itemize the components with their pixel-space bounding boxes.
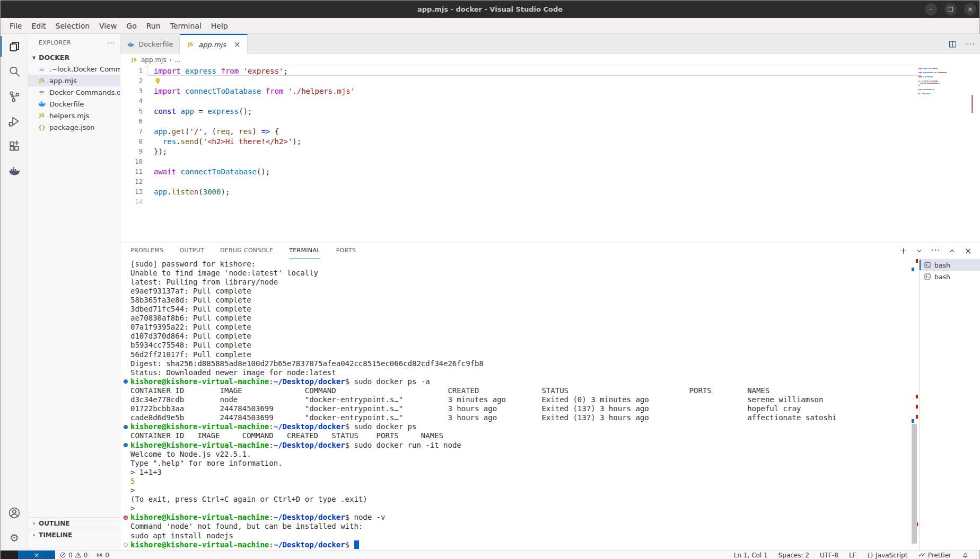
activity-run-and-debug[interactable] — [1, 109, 28, 134]
tab-dockerfile[interactable]: Dockerfile — [120, 34, 180, 54]
code-line-11[interactable]: 11await connectToDatabase(); — [120, 166, 980, 176]
problems-status[interactable]: 0 0 — [55, 551, 92, 559]
panel-tab-problems[interactable]: PROBLEMS — [130, 242, 163, 259]
status-language[interactable]: {}JavaScript — [864, 552, 911, 559]
code-line-1[interactable]: 1import express from 'express'; — [120, 66, 980, 76]
new-terminal-icon[interactable] — [899, 247, 907, 255]
sidebar-section-timeline[interactable]: ›TIMELINE — [28, 529, 120, 540]
remote-indicator[interactable] — [18, 551, 55, 559]
panel-more-actions-icon[interactable]: ··· — [931, 246, 940, 255]
code-line-2[interactable]: 2 — [120, 76, 980, 86]
sidebar-more-actions-icon[interactable]: ··· — [108, 39, 115, 47]
menu-edit[interactable]: Edit — [27, 20, 50, 32]
minimize-button[interactable]: – — [925, 3, 937, 15]
code-line-6[interactable]: 6 — [120, 116, 980, 126]
window-controls: –❐✕ — [925, 3, 976, 15]
menu-view[interactable]: View — [94, 20, 121, 32]
file-item-docker-commands.odt[interactable]: ≡Docker Commands.odt — [28, 86, 120, 98]
breadcrumb[interactable]: JS app.mjs › … — [120, 54, 980, 66]
menu-help[interactable]: Help — [206, 20, 233, 32]
status-formatter[interactable]: ✓✓Prettier — [915, 552, 955, 559]
minimap-line — [929, 68, 931, 69]
status-cursor-position[interactable]: Ln 1, Col 1 — [731, 552, 771, 559]
breadcrumb-symbol[interactable]: … — [174, 56, 181, 64]
minimap-line — [918, 89, 922, 90]
menu-terminal[interactable]: Terminal — [165, 20, 206, 32]
menu-file[interactable]: File — [5, 20, 27, 32]
sidebar-section-outline[interactable]: ›OUTLINE — [28, 517, 120, 529]
file-item-package.json[interactable]: {}package.json — [28, 121, 120, 133]
activity-accounts[interactable] — [1, 500, 28, 525]
terminal-tab-bash[interactable]: bash — [920, 259, 980, 271]
panel-tab-output[interactable]: OUTPUT — [179, 242, 204, 259]
restore-button[interactable]: ❐ — [944, 3, 957, 15]
file-item-app.mjs[interactable]: JSapp.mjs — [28, 75, 120, 86]
file-item-helpers.mjs[interactable]: JShelpers.mjs — [28, 110, 120, 121]
minimap-line — [937, 81, 938, 82]
menu-go[interactable]: Go — [121, 20, 141, 32]
tab-app.mjs[interactable]: JSapp.mjs× — [180, 34, 247, 54]
file-label: .~lock.Docker Comm… — [49, 65, 120, 73]
activity-settings[interactable]: ⚙ — [1, 525, 28, 550]
file-item-.-lock.docker-comm-[interactable]: ≡.~lock.Docker Comm… — [28, 63, 120, 75]
panel-tab-ports[interactable]: PORTS — [336, 242, 356, 259]
terminal-scrollbar[interactable] — [912, 424, 917, 544]
line-number: 1 — [120, 67, 143, 75]
panel-tab-bar: PROBLEMSOUTPUTDEBUG CONSOLETERMINALPORTS — [130, 242, 356, 259]
code-line-12[interactable]: 12 — [120, 176, 980, 187]
panel-tab-debug-console[interactable]: DEBUG CONSOLE — [220, 242, 273, 259]
file-icon: JS — [38, 111, 46, 120]
ruler-mark — [912, 419, 914, 423]
activity-docker[interactable] — [1, 158, 28, 183]
more-actions-icon[interactable]: ··· — [966, 39, 975, 49]
close-button[interactable]: ✕ — [964, 3, 976, 15]
code-line-5[interactable]: 5const app = express(); — [120, 106, 980, 116]
status-notifications[interactable] — [959, 552, 972, 558]
code-line-8[interactable]: 8 res.send('<h2>Hi there!</h2>'); — [120, 136, 980, 146]
panel-tab-terminal[interactable]: TERMINAL — [289, 242, 320, 259]
command-decoration-ok — [124, 443, 128, 447]
command-decoration-pending — [124, 543, 128, 547]
status-eol[interactable]: LF — [846, 552, 860, 559]
double-check-icon: ✓✓ — [918, 552, 923, 558]
split-editor-icon[interactable] — [948, 40, 957, 49]
activity-explorer[interactable] — [1, 34, 28, 59]
ruler-mark — [916, 259, 918, 263]
terminal-dropdown-icon[interactable] — [915, 247, 923, 255]
sidebar-bottom-sections: ›OUTLINE›TIMELINE — [28, 517, 120, 540]
code-line-4[interactable]: 4 — [120, 96, 980, 106]
bottom-panel: PROBLEMSOUTPUTDEBUG CONSOLETERMINALPORTS… — [120, 242, 980, 550]
terminal-output[interactable]: [sudo] password for kishore:Unable to fi… — [120, 259, 919, 551]
ports-status[interactable]: 0 — [92, 551, 113, 559]
breadcrumb-file[interactable]: app.mjs — [141, 56, 167, 64]
activity-extensions[interactable] — [1, 134, 28, 158]
code-line-3[interactable]: 3import connectToDatabase from './helper… — [120, 86, 980, 96]
minimap[interactable] — [918, 67, 951, 130]
code-line-7[interactable]: 7app.get('/', (req, res) => { — [120, 126, 980, 136]
status-indentation[interactable]: Spaces: 2 — [775, 552, 812, 559]
sidebar-section-docker[interactable]: ∨ DOCKER — [28, 51, 120, 63]
lightbulb-icon[interactable] — [154, 77, 162, 85]
code-line-13[interactable]: 13app.listen(3000); — [120, 187, 980, 197]
extensions-icon — [8, 140, 21, 153]
menu-run[interactable]: Run — [142, 20, 165, 32]
status-encoding[interactable]: UTF-8 — [817, 552, 842, 559]
terminal-tab-bash[interactable]: bash — [920, 271, 980, 282]
code-editor[interactable]: 1import express from 'express';23import … — [120, 66, 980, 242]
code-line-9[interactable]: 9}); — [120, 146, 980, 156]
file-label: helpers.mjs — [49, 112, 89, 120]
window-title: app.mjs - docker - Visual Studio Code — [417, 5, 563, 13]
file-item-dockerfile[interactable]: Dockerfile — [28, 98, 120, 110]
terminal-line: kishore@kishore-virtual-machine:~/Deskto… — [120, 377, 919, 386]
terminal-line: kishore@kishore-virtual-machine:~/Deskto… — [120, 440, 919, 449]
activity-search[interactable] — [1, 59, 28, 84]
code-line-14[interactable]: 14 — [120, 197, 980, 207]
close-panel-icon[interactable] — [964, 247, 972, 255]
maximize-panel-icon[interactable] — [948, 247, 956, 255]
menu-selection[interactable]: Selection — [51, 20, 95, 32]
activity-source-control[interactable] — [1, 84, 28, 109]
line-number: 12 — [120, 178, 143, 185]
code-line-10[interactable]: 10 — [120, 156, 980, 166]
close-tab-icon[interactable]: × — [234, 40, 241, 49]
line-number: 6 — [120, 117, 143, 125]
